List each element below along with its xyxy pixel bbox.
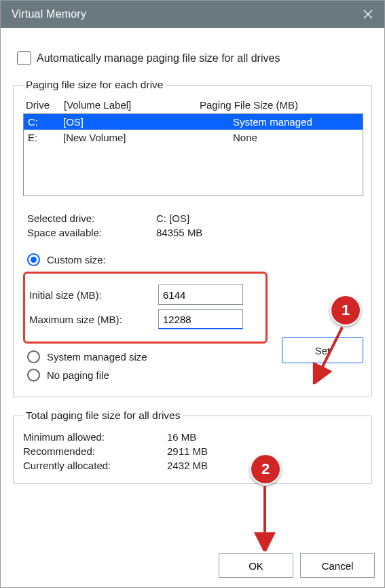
per-drive-fieldset: Paging file size for each drive Drive [V…: [13, 79, 372, 397]
recommended-value: 2911 MB: [167, 445, 208, 457]
system-managed-label: System managed size: [47, 351, 147, 363]
initial-size-row: Initial size (MB):: [29, 284, 259, 305]
auto-manage-row[interactable]: Automatically manage paging file size fo…: [17, 51, 372, 65]
drive-volume: [New Volume]: [63, 132, 233, 143]
auto-manage-label: Automatically manage paging file size fo…: [37, 52, 280, 65]
drive-row-e[interactable]: E: [New Volume] None: [24, 130, 363, 145]
annotation-badge-2: 2: [250, 454, 281, 485]
drive-letter: C:: [28, 116, 63, 128]
no-paging-radio-row[interactable]: No paging file: [27, 369, 282, 382]
dialog-footer: OK Cancel: [1, 549, 384, 587]
minimum-allowed-label: Minimum allowed:: [23, 431, 167, 443]
space-available-value: 84355 MB: [156, 227, 202, 238]
system-managed-radio[interactable]: [27, 350, 40, 363]
titlebar: Virtual Memory: [1, 1, 384, 28]
drive-pfs: System managed: [233, 116, 360, 128]
minimum-allowed-value: 16 MB: [167, 431, 196, 443]
set-button[interactable]: Set: [282, 337, 363, 363]
close-icon: [363, 9, 373, 20]
drive-info: Selected drive: C: [OS] Space available:…: [27, 213, 363, 238]
drive-letter: E:: [28, 132, 63, 143]
custom-size-radio[interactable]: [27, 253, 40, 266]
auto-manage-checkbox[interactable]: [17, 51, 31, 65]
annotation-badge-1: 1: [330, 295, 361, 326]
custom-size-radio-row[interactable]: Custom size:: [27, 253, 282, 266]
drive-list-header: Drive [Volume Label] Paging File Size (M…: [23, 98, 363, 113]
selected-drive-label: Selected drive:: [27, 213, 156, 224]
maximum-size-label: Maximum size (MB):: [29, 314, 158, 325]
dialog-content: Automatically manage paging file size fo…: [1, 28, 384, 549]
close-button[interactable]: [360, 6, 376, 22]
selected-drive-value: C: [OS]: [156, 213, 189, 224]
initial-size-input[interactable]: [158, 284, 243, 305]
initial-size-label: Initial size (MB):: [29, 289, 158, 301]
no-paging-radio[interactable]: [27, 369, 40, 382]
drive-list[interactable]: C: [OS] System managed E: [New Volume] N…: [23, 113, 363, 196]
custom-size-label: Custom size:: [47, 254, 106, 265]
recommended-label: Recommended:: [23, 445, 167, 457]
cancel-button[interactable]: Cancel: [300, 553, 375, 578]
window-title: Virtual Memory: [12, 8, 86, 20]
col-volume: [Volume Label]: [64, 99, 200, 111]
annotation-highlight-box: Initial size (MB): Maximum size (MB):: [23, 272, 268, 344]
currently-allocated-label: Currently allocated:: [23, 460, 167, 471]
maximum-size-input[interactable]: [158, 309, 243, 329]
virtual-memory-dialog: Virtual Memory Automatically manage pagi…: [0, 0, 385, 588]
col-drive: Drive: [26, 99, 64, 111]
per-drive-legend: Paging file size for each drive: [23, 79, 166, 91]
space-available-label: Space available:: [27, 227, 156, 238]
system-managed-radio-row[interactable]: System managed size: [27, 350, 282, 363]
no-paging-label: No paging file: [47, 369, 109, 381]
maximum-size-row: Maximum size (MB):: [29, 309, 259, 329]
totals-fieldset: Total paging file size for all drives Mi…: [13, 409, 372, 484]
currently-allocated-value: 2432 MB: [167, 460, 208, 471]
drive-row-c[interactable]: C: [OS] System managed: [24, 114, 363, 130]
drive-volume: [OS]: [63, 116, 233, 128]
ok-button[interactable]: OK: [219, 553, 293, 578]
col-pfs: Paging File Size (MB): [200, 99, 363, 111]
totals-legend: Total paging file size for all drives: [23, 409, 183, 422]
drive-pfs: None: [233, 132, 360, 143]
